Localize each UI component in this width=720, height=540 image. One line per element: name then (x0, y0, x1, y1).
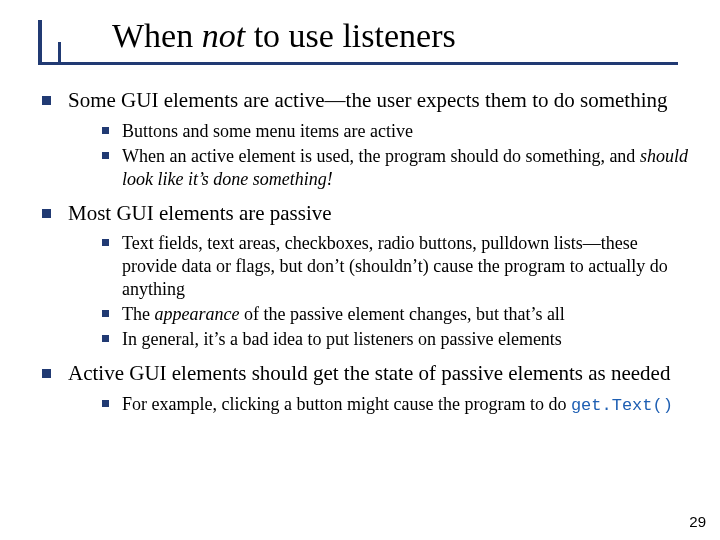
bullet-2-3: In general, it’s a bad idea to put liste… (102, 328, 688, 351)
bullet-2-text: Most GUI elements are passive (68, 201, 332, 225)
slide: When not to use listeners Some GUI eleme… (0, 0, 720, 540)
title-underline (38, 62, 678, 65)
bullet-1-1: Buttons and some menu items are active (102, 120, 688, 143)
bullet-2-3-text: In general, it’s a bad idea to put liste… (122, 329, 562, 349)
bullet-1-text: Some GUI elements are active—the user ex… (68, 88, 668, 112)
title-wrap: When not to use listeners (112, 18, 680, 54)
bullet-1: Some GUI elements are active—the user ex… (40, 88, 688, 191)
bullet-2-1: Text fields, text areas, checkboxes, rad… (102, 232, 688, 301)
bullet-3-text: Active GUI elements should get the state… (68, 361, 670, 385)
bullet-2-2: The appearance of the passive element ch… (102, 303, 688, 326)
bullet-2-1-text: Text fields, text areas, checkboxes, rad… (122, 233, 668, 299)
bullet-3-1-a: For example, clicking a button might cau… (122, 394, 571, 414)
slide-body: Some GUI elements are active—the user ex… (40, 88, 688, 427)
bullet-1-1-text: Buttons and some menu items are active (122, 121, 413, 141)
bullet-2: Most GUI elements are passive Text field… (40, 201, 688, 352)
bullet-2-2-a: The (122, 304, 154, 324)
bullet-1-2-a: When an active element is used, the prog… (122, 146, 640, 166)
bullet-2-2-b: appearance (154, 304, 239, 324)
bullet-list: Some GUI elements are active—the user ex… (40, 88, 688, 417)
bullet-3-sublist: For example, clicking a button might cau… (68, 393, 688, 417)
bullet-2-2-c: of the passive element changes, but that… (239, 304, 564, 324)
bullet-3: Active GUI elements should get the state… (40, 361, 688, 416)
bullet-2-sublist: Text fields, text areas, checkboxes, rad… (68, 232, 688, 351)
title-post: to use listeners (245, 17, 456, 54)
bullet-3-1: For example, clicking a button might cau… (102, 393, 688, 417)
bullet-3-1-code: get.Text() (571, 396, 673, 415)
title-pre: When (112, 17, 202, 54)
bullet-1-sublist: Buttons and some menu items are active W… (68, 120, 688, 191)
title-decoration-bar-2 (58, 42, 61, 64)
title-decoration-bar (38, 20, 42, 64)
slide-title: When not to use listeners (112, 18, 680, 54)
bullet-1-2: When an active element is used, the prog… (102, 145, 688, 191)
title-em: not (202, 17, 245, 54)
page-number: 29 (689, 513, 706, 530)
